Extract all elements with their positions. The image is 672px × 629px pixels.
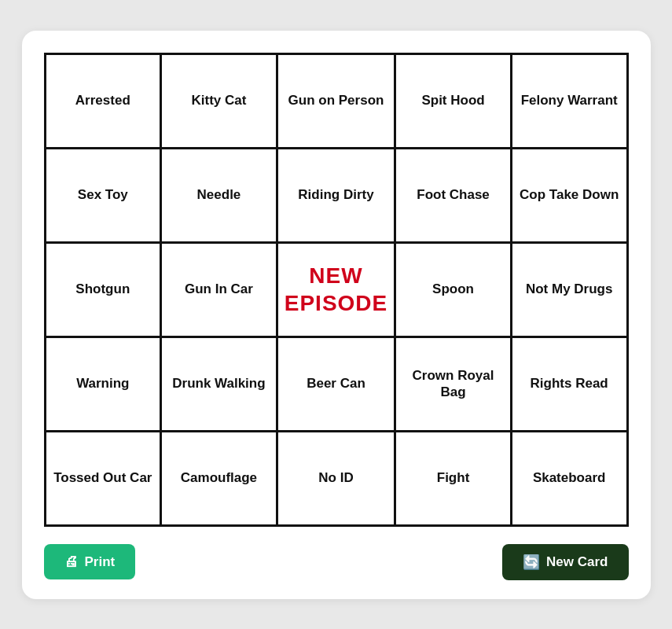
bingo-cell-r3c1[interactable]: Drunk Walking — [162, 338, 278, 432]
bingo-cell-r1c2[interactable]: Riding Dirty — [278, 149, 396, 244]
bingo-cell-r0c3[interactable]: Spit Hood — [396, 55, 512, 149]
bingo-cell-r3c0[interactable]: Warning — [46, 338, 163, 432]
bingo-cell-r3c4[interactable]: Rights Read — [512, 338, 629, 432]
bingo-cell-r3c2[interactable]: Beer Can — [278, 338, 396, 432]
bingo-cell-r2c4[interactable]: Not My Drugs — [512, 244, 629, 338]
bingo-grid: ArrestedKitty CatGun on PersonSpit HoodF… — [44, 53, 629, 527]
bingo-cell-r1c4[interactable]: Cop Take Down — [512, 149, 629, 244]
bingo-cell-r1c0[interactable]: Sex Toy — [46, 149, 163, 244]
bingo-cell-r3c3[interactable]: Crown Royal Bag — [396, 338, 512, 432]
bingo-cell-r1c3[interactable]: Foot Chase — [396, 149, 512, 244]
bingo-card-container: ArrestedKitty CatGun on PersonSpit HoodF… — [22, 31, 651, 599]
print-label: Print — [85, 554, 116, 570]
new-card-icon: 🔄 — [523, 554, 540, 571]
buttons-row: 🖨 Print 🔄 New Card — [44, 544, 629, 580]
new-card-button[interactable]: 🔄 New Card — [502, 544, 628, 580]
bingo-cell-r2c0[interactable]: Shotgun — [46, 244, 163, 338]
bingo-cell-r2c2[interactable]: NEW EPISODE — [278, 244, 396, 338]
print-button[interactable]: 🖨 Print — [44, 544, 136, 579]
bingo-cell-r4c2[interactable]: No ID — [278, 432, 396, 527]
bingo-cell-r2c1[interactable]: Gun In Car — [162, 244, 278, 338]
bingo-cell-r4c4[interactable]: Skateboard — [512, 432, 629, 527]
bingo-cell-r4c0[interactable]: Tossed Out Car — [46, 432, 163, 527]
bingo-cell-r0c4[interactable]: Felony Warrant — [512, 55, 629, 149]
bingo-cell-r4c1[interactable]: Camouflage — [162, 432, 278, 527]
bingo-cell-r0c2[interactable]: Gun on Person — [278, 55, 396, 149]
bingo-cell-r0c0[interactable]: Arrested — [46, 55, 163, 149]
bingo-cell-r2c3[interactable]: Spoon — [396, 244, 512, 338]
print-icon: 🖨 — [64, 554, 79, 570]
bingo-cell-r4c3[interactable]: Fight — [396, 432, 512, 527]
new-card-label: New Card — [546, 554, 608, 570]
bingo-cell-r1c1[interactable]: Needle — [162, 149, 278, 244]
bingo-cell-r0c1[interactable]: Kitty Cat — [162, 55, 278, 149]
